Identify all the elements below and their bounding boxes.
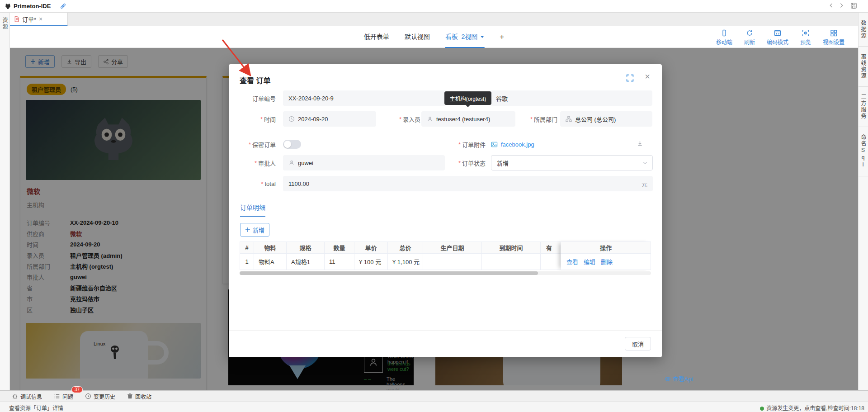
toolbar-action-refresh[interactable]: 刷新 — [744, 29, 755, 46]
order-status-select[interactable]: 新增 — [491, 155, 653, 170]
view-tab-default-view[interactable]: 默认视图 — [405, 26, 430, 48]
toolbar-action-mobile[interactable]: 移动端 — [716, 29, 732, 46]
document-tab-label: 订单* — [22, 15, 36, 24]
org-tooltip: 主机构(orgtest) — [444, 91, 491, 105]
resources-rail: 资源 — [0, 13, 10, 390]
row-delete-link[interactable]: 删除 — [601, 257, 613, 266]
fullscreen-icon[interactable] — [626, 74, 634, 82]
total-label: total — [257, 176, 276, 191]
approver-field[interactable]: guwei — [283, 155, 445, 170]
app-logo-icon — [4, 3, 11, 10]
nav-back-button[interactable] — [828, 2, 835, 9]
status-bar: 查看资源「订单」详情 资源发生变更，点击查看,检查时间:18:18 — [0, 402, 868, 412]
status-right-text[interactable]: 资源发生变更，点击查看,检查时间:18:18 — [760, 404, 864, 412]
panel-change-history[interactable]: 变更历史 — [85, 393, 115, 400]
right-rail: 数据源 离线资源 三方服务 命名Sql — [858, 13, 868, 390]
order-view-dialog: 查看 订单 × 订单编号 XX-2024-09-20-9 谷歌 主机构(orgt… — [229, 64, 662, 357]
order-no-field[interactable]: XX-2024-09-20-9 — [283, 90, 446, 106]
titlebar: Primeton-IDE — [0, 0, 868, 13]
rail-item-datasource[interactable]: 数据源 — [859, 20, 867, 39]
rail-item-resources[interactable]: 资源 — [1, 17, 9, 30]
save-button[interactable] — [850, 2, 857, 9]
tab-divider — [240, 215, 651, 215]
person-icon — [427, 116, 433, 122]
time-label: 时间 — [247, 111, 276, 127]
department-label: 所属部门 — [519, 111, 557, 127]
order-no-label: 订单编号 — [236, 90, 276, 106]
eye-icon — [665, 376, 671, 382]
document-icon — [14, 16, 19, 22]
view-settings-icon — [830, 29, 837, 37]
document-tab-order[interactable]: 订单* × — [10, 13, 68, 26]
attachment-label: 订单附件 — [450, 137, 486, 152]
nav-forward-button[interactable] — [838, 2, 844, 9]
close-icon[interactable]: × — [645, 71, 650, 82]
approver-label: 审批人 — [250, 155, 276, 170]
table-hscrollbar — [240, 271, 651, 275]
panel-debug-info[interactable]: 调试信息 — [12, 393, 42, 400]
rail-item-named-sql[interactable]: 命名Sql — [859, 134, 867, 169]
row-view-link[interactable]: 查看 — [566, 257, 578, 266]
operations-header: 操作 — [561, 242, 651, 254]
view-tab-kanban-2[interactable]: 看板_2视图 — [445, 26, 485, 48]
plus-icon — [245, 227, 250, 232]
mobile-icon — [721, 29, 728, 37]
supplier-field[interactable]: 谷歌 — [491, 90, 652, 106]
order-detail-table: # 物料 规格 数量 单价 总价 生产日期 到期时间 有 1 物料A A规格1 … — [240, 242, 651, 270]
chevron-down-icon — [642, 160, 648, 166]
detail-add-button[interactable]: 新增 — [240, 223, 269, 237]
dialog-title: 查看 订单 — [240, 75, 270, 85]
view-toolbar: 低开表单 默认视图 看板_2视图 + 移动端 刷新 编码模式 预览 视图设置 — [10, 26, 858, 48]
rail-item-thirdparty-services[interactable]: 三方服务 — [859, 94, 867, 119]
refresh-icon — [746, 29, 753, 37]
document-tabstrip: 订单* × — [10, 13, 858, 26]
toolbar-action-view-settings[interactable]: 视图设置 — [823, 29, 844, 46]
trash-icon — [127, 393, 133, 399]
dialog-footer: 取消 — [229, 330, 662, 357]
toolbar-action-preview[interactable]: 预览 — [800, 29, 811, 46]
total-field[interactable]: 1100.00 元 — [283, 176, 653, 191]
history-clock-icon — [85, 393, 91, 399]
image-file-icon — [491, 141, 498, 148]
caret-down-icon — [480, 34, 484, 39]
preview-icon — [802, 29, 809, 37]
attachment-link[interactable]: facebook.jpg — [501, 141, 534, 148]
panel-recycle-bin[interactable]: 回收站 — [127, 393, 151, 400]
panel-problems[interactable]: 问题 — [54, 393, 73, 400]
toolbar-action-code-mode[interactable]: 编码模式 — [767, 29, 788, 46]
code-mode-icon — [774, 29, 781, 37]
org-icon — [566, 116, 572, 122]
app-title: Primeton-IDE — [14, 3, 51, 9]
rail-item-offline-resources[interactable]: 离线资源 — [859, 54, 867, 79]
download-icon[interactable] — [637, 140, 643, 147]
problems-badge: 37 — [71, 386, 83, 393]
bottom-panel-bar: 37 调试信息 问题 变更历史 回收站 — [0, 390, 868, 402]
view-api-link[interactable]: 查看Api — [665, 374, 693, 383]
person-icon — [288, 160, 295, 166]
total-unit: 元 — [642, 180, 647, 188]
cancel-button[interactable]: 取消 — [625, 337, 651, 350]
status-left-text: 查看资源「订单」详情 — [9, 404, 63, 412]
tab-close-icon[interactable]: × — [39, 15, 42, 23]
secret-order-toggle[interactable] — [283, 140, 301, 149]
entry-clerk-label: 录入员 — [390, 111, 420, 127]
order-status-label: 订单状态 — [450, 155, 486, 170]
clock-icon — [288, 116, 295, 122]
list-icon — [54, 393, 60, 399]
hscrollbar-thumb[interactable] — [240, 271, 538, 275]
app-link-icon[interactable] — [60, 3, 66, 9]
time-field[interactable]: 2024-09-20 — [283, 111, 376, 127]
view-tab-lowcode-form[interactable]: 低开表单 — [364, 26, 389, 48]
table-operations-column: 操作 查看 编辑 删除 — [561, 242, 651, 270]
green-status-dot — [760, 407, 764, 411]
add-view-button[interactable]: + — [500, 33, 504, 42]
debug-icon — [12, 393, 18, 399]
secret-order-label: 保密订单 — [241, 137, 276, 152]
row-edit-link[interactable]: 编辑 — [584, 257, 595, 266]
entry-clerk-field[interactable]: testuser4 (testuser4) — [421, 111, 515, 127]
department-field[interactable]: 总公司 (总公司) — [560, 111, 652, 127]
